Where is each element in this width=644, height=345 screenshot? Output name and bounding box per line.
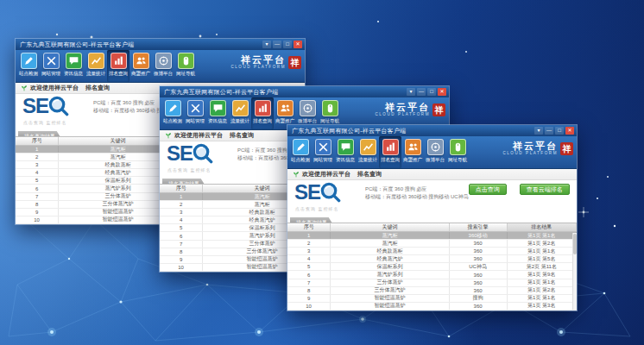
toolbar-item-line-chart[interactable]: 流量统计 — [357, 136, 379, 168]
cell-ranking: 第1页 第1名 — [508, 295, 577, 302]
table-row[interactable]: 6 蒸汽炉系列 360 第1页 第9名 — [287, 271, 577, 279]
main-toolbar: 站点检测 网站管理 资讯信息 流量统计 排名查询 — [16, 50, 305, 83]
window-title: 广东九典互联网有限公司-祥云平台客户端 — [20, 41, 134, 49]
cell-engine: UC神马 — [450, 263, 508, 270]
query-actions: 点击查询 查看云端排名 — [469, 182, 570, 212]
toolbar-item-mouse[interactable]: 网址导航 — [446, 136, 469, 168]
cell-ranking: 第2页 第11名 — [508, 263, 577, 270]
maximize-button[interactable]: □ — [283, 41, 292, 48]
window-title: 广东九典互联网有限公司-祥云平台客户端 — [292, 127, 406, 135]
cell-serial: 8 — [287, 287, 331, 294]
toolbar-item-label: 网站管理 — [41, 71, 60, 76]
skin-button[interactable]: ▾ — [262, 41, 271, 48]
toolbar-item-bar-chart[interactable]: 排名查询 — [251, 97, 274, 129]
toolbar-item-chat[interactable]: 资讯信息 — [334, 136, 357, 168]
seo-logo: SE 点击查询 监控排名 — [294, 182, 360, 212]
header-serial[interactable]: 序号 — [160, 185, 203, 192]
seo-logo: SE 点击查询 监控排名 — [22, 96, 88, 126]
brand-seal-icon: 祥 — [560, 142, 573, 155]
toolbar-item-people[interactable]: 商盟推广 — [401, 136, 424, 168]
toolbar-item-line-chart[interactable]: 流量统计 — [229, 97, 251, 129]
toolbar-item-label: 商盟推广 — [275, 118, 294, 123]
cell-serial: 2 — [287, 240, 331, 247]
cell-engine: 360 — [450, 240, 508, 247]
magnifier-icon — [192, 143, 213, 165]
close-button[interactable]: ✕ — [438, 88, 446, 96]
cell-engine: 360 — [450, 287, 508, 294]
table-row[interactable]: 1 蒸汽柜 360移动 第1页 第1名 — [287, 232, 577, 240]
header-serial[interactable]: 序号 — [287, 223, 331, 231]
query-button[interactable]: 点击查询 — [469, 184, 507, 195]
table-row[interactable]: 4 经典蒸汽炉 360 第1页 第5名 — [287, 255, 577, 263]
cell-ranking: 第1页 第3名 — [508, 303, 577, 310]
maximize-button[interactable]: □ — [555, 127, 564, 135]
table-header: 序号 关键词 搜索引擎 排名结果 — [287, 223, 577, 232]
cell-engine: 360 — [450, 255, 508, 262]
cell-serial: 9 — [160, 256, 203, 263]
scrollbar-thumb[interactable] — [573, 234, 577, 254]
cell-serial: 1 — [287, 232, 331, 239]
toolbar-item-pencil[interactable]: 站点检测 — [161, 97, 184, 129]
maximize-button[interactable]: □ — [427, 88, 436, 96]
view-cloud-ranking-button[interactable]: 查看云端排名 — [520, 184, 570, 195]
toolbar-item-label: 资讯信息 — [64, 71, 83, 76]
close-button[interactable]: ✕ — [294, 41, 302, 48]
cell-engine: 360 — [450, 303, 508, 310]
welcome-text: 欢迎使用祥云平台 — [174, 131, 223, 140]
header-keyword[interactable]: 关键词 — [331, 223, 449, 231]
minimize-button[interactable]: — — [417, 88, 426, 96]
cell-keyword: 三分体蒸汽炉 — [331, 287, 449, 294]
toolbar-item-compass[interactable]: 微博平台 — [152, 50, 174, 82]
toolbar-item-label: 排名查询 — [109, 71, 128, 76]
toolbar-item-label: 流量统计 — [358, 157, 377, 162]
toolbar-item-pencil[interactable]: 站点检测 — [17, 50, 40, 82]
toolbar-item-people[interactable]: 商盟推广 — [129, 50, 152, 82]
close-button[interactable]: ✕ — [565, 127, 574, 135]
chat-icon — [66, 53, 82, 69]
toolbar-item-compass[interactable]: 微博平台 — [424, 136, 446, 168]
table-row[interactable]: 9 智能恒温蒸炉 搜狗 第1页 第1名 — [287, 295, 577, 303]
main-toolbar: 站点检测 网站管理 资讯信息 流量统计 排名查询 — [287, 136, 577, 169]
toolbar-item-bar-chart[interactable]: 排名查询 — [379, 136, 401, 168]
header-serial[interactable]: 序号 — [16, 137, 59, 145]
cell-keyword: 蒸汽炉系列 — [331, 271, 449, 278]
table-row[interactable]: 10 智能恒温蒸炉 360 第1页 第3名 — [287, 303, 577, 310]
table-row[interactable]: 3 经典款蒸柜 360 第1页 第1名 — [287, 248, 577, 255]
table-row[interactable]: 8 三分体蒸汽炉 360 第1页 第2名 — [287, 287, 577, 295]
skin-button[interactable]: ▾ — [407, 88, 415, 96]
toolbar-item-tools[interactable]: 网站管理 — [184, 97, 206, 129]
header-ranking[interactable]: 排名结果 — [508, 223, 577, 231]
toolbar-item-label: 微博平台 — [154, 71, 173, 76]
welcome-bar: 欢迎使用祥云平台 排名查询 — [287, 169, 577, 180]
toolbar-item-bar-chart[interactable]: 排名查询 — [107, 50, 129, 82]
mouse-icon — [178, 53, 194, 69]
toolbar-item-mouse[interactable]: 网址导航 — [174, 50, 197, 82]
toolbar-item-pencil[interactable]: 站点检测 — [289, 136, 312, 168]
toolbar-item-label: 网址导航 — [320, 118, 339, 123]
compass-icon — [155, 53, 172, 69]
table-row[interactable]: 2 蒸汽柜 360 第1页 第2名 — [287, 240, 577, 248]
toolbar-item-tools[interactable]: 网站管理 — [40, 50, 62, 82]
table-row[interactable]: 7 三分体蒸炉 360 第1页 第1名 — [287, 279, 577, 287]
vertical-scrollbar[interactable] — [572, 233, 577, 310]
toolbar-item-tools[interactable]: 网站管理 — [312, 136, 334, 168]
titlebar: 广东九典互联网有限公司-祥云平台客户端 ▾ — □ ✕ — [287, 125, 577, 136]
table-row[interactable]: 5 保温柜系列 UC神马 第2页 第11名 — [287, 263, 577, 271]
bar-chart-icon — [255, 100, 271, 116]
cell-serial: 10 — [287, 303, 331, 310]
query-panel: SE 点击查询 监控排名 PC端：百度 360 搜狗 必应 移动端：百度移动 3… — [287, 180, 577, 212]
people-icon — [405, 139, 421, 155]
skin-button[interactable]: ▾ — [534, 127, 543, 135]
toolbar-item-chat[interactable]: 资讯信息 — [62, 50, 85, 82]
header-engine[interactable]: 搜索引擎 — [450, 223, 508, 231]
toolbar-item-line-chart[interactable]: 流量统计 — [85, 50, 107, 82]
mobile-engines-line: 移动端：百度移动 360移动 搜狗移动 UC神马 — [365, 193, 469, 201]
cell-keyword: 经典蒸汽炉 — [331, 255, 449, 262]
cell-serial: 10 — [16, 216, 59, 223]
toolbar-item-chat[interactable]: 资讯信息 — [206, 97, 229, 129]
toolbar-item-label: 站点检测 — [19, 71, 38, 76]
cell-engine: 搜狗 — [450, 295, 508, 302]
minimize-button[interactable]: — — [273, 41, 281, 48]
minimize-button[interactable]: — — [545, 127, 553, 135]
people-icon — [133, 53, 149, 69]
